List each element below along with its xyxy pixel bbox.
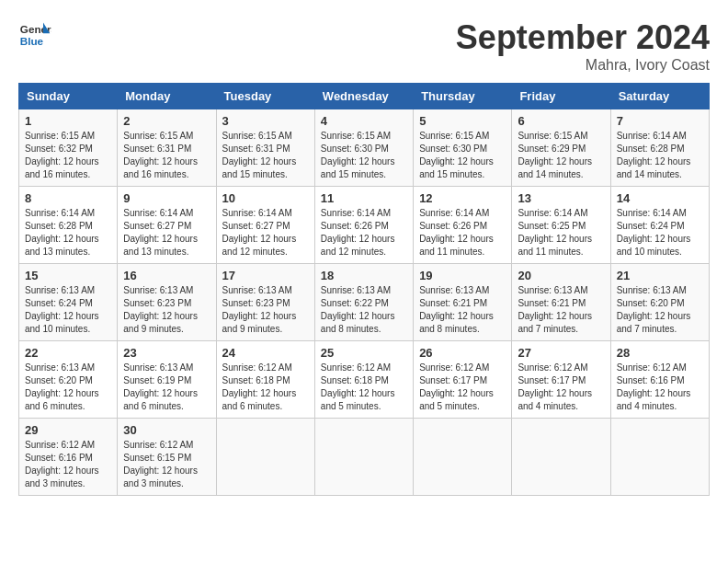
logo-icon: General Blue bbox=[18, 18, 51, 52]
day-info: Sunrise: 6:14 AMSunset: 6:24 PMDaylight:… bbox=[617, 207, 703, 259]
col-header-tuesday: Tuesday bbox=[216, 84, 314, 109]
day-number: 16 bbox=[123, 269, 210, 282]
day-info: Sunrise: 6:13 AMSunset: 6:21 PMDaylight:… bbox=[419, 284, 506, 336]
day-info: Sunrise: 6:14 AMSunset: 6:28 PMDaylight:… bbox=[617, 130, 703, 181]
col-header-thursday: Thursday bbox=[414, 84, 512, 109]
calendar-cell: 4Sunrise: 6:15 AMSunset: 6:30 PMDaylight… bbox=[314, 109, 413, 187]
calendar-week-row: 29Sunrise: 6:12 AMSunset: 6:16 PMDayligh… bbox=[19, 419, 710, 496]
calendar-cell: 9Sunrise: 6:14 AMSunset: 6:27 PMDaylight… bbox=[118, 187, 216, 264]
calendar-cell: 25Sunrise: 6:12 AMSunset: 6:18 PMDayligh… bbox=[314, 341, 413, 419]
calendar-cell: 2Sunrise: 6:15 AMSunset: 6:31 PMDaylight… bbox=[118, 109, 216, 187]
calendar-cell: 13Sunrise: 6:14 AMSunset: 6:25 PMDayligh… bbox=[512, 187, 610, 264]
calendar-cell: 8Sunrise: 6:14 AMSunset: 6:28 PMDaylight… bbox=[19, 187, 118, 264]
calendar-cell: 23Sunrise: 6:13 AMSunset: 6:19 PMDayligh… bbox=[118, 341, 216, 419]
calendar-cell: 22Sunrise: 6:13 AMSunset: 6:20 PMDayligh… bbox=[19, 341, 118, 419]
calendar-cell bbox=[512, 419, 610, 496]
title-area: September 2024 Mahra, Ivory Coast bbox=[456, 18, 710, 74]
day-info: Sunrise: 6:12 AMSunset: 6:18 PMDaylight:… bbox=[222, 362, 309, 413]
day-info: Sunrise: 6:12 AMSunset: 6:16 PMDaylight:… bbox=[617, 362, 703, 413]
day-number: 30 bbox=[123, 423, 210, 437]
day-info: Sunrise: 6:13 AMSunset: 6:20 PMDaylight:… bbox=[617, 284, 703, 336]
svg-text:Blue: Blue bbox=[20, 35, 44, 47]
calendar-cell: 16Sunrise: 6:13 AMSunset: 6:23 PMDayligh… bbox=[118, 264, 216, 341]
day-info: Sunrise: 6:13 AMSunset: 6:23 PMDaylight:… bbox=[123, 284, 210, 336]
calendar-cell: 28Sunrise: 6:12 AMSunset: 6:16 PMDayligh… bbox=[610, 341, 709, 419]
calendar-cell: 10Sunrise: 6:14 AMSunset: 6:27 PMDayligh… bbox=[216, 187, 314, 264]
day-info: Sunrise: 6:13 AMSunset: 6:23 PMDaylight:… bbox=[222, 284, 309, 336]
header: General Blue September 2024 Mahra, Ivory… bbox=[18, 18, 710, 74]
location-title: Mahra, Ivory Coast bbox=[456, 57, 710, 74]
day-info: Sunrise: 6:15 AMSunset: 6:30 PMDaylight:… bbox=[419, 130, 506, 181]
calendar-cell: 19Sunrise: 6:13 AMSunset: 6:21 PMDayligh… bbox=[414, 264, 512, 341]
col-header-wednesday: Wednesday bbox=[314, 84, 413, 109]
day-number: 6 bbox=[518, 114, 604, 128]
col-header-monday: Monday bbox=[118, 84, 216, 109]
day-number: 5 bbox=[419, 114, 506, 128]
day-info: Sunrise: 6:14 AMSunset: 6:28 PMDaylight:… bbox=[25, 207, 111, 259]
day-info: Sunrise: 6:15 AMSunset: 6:30 PMDaylight:… bbox=[321, 130, 407, 181]
day-number: 11 bbox=[321, 191, 407, 205]
day-number: 29 bbox=[25, 423, 111, 437]
day-number: 21 bbox=[617, 269, 703, 282]
calendar-table: SundayMondayTuesdayWednesdayThursdayFrid… bbox=[18, 83, 710, 496]
day-info: Sunrise: 6:12 AMSunset: 6:17 PMDaylight:… bbox=[518, 362, 604, 413]
day-number: 14 bbox=[617, 191, 703, 205]
calendar-cell: 26Sunrise: 6:12 AMSunset: 6:17 PMDayligh… bbox=[414, 341, 512, 419]
day-number: 7 bbox=[617, 114, 703, 128]
calendar-cell: 15Sunrise: 6:13 AMSunset: 6:24 PMDayligh… bbox=[19, 264, 118, 341]
day-info: Sunrise: 6:15 AMSunset: 6:32 PMDaylight:… bbox=[25, 130, 111, 181]
day-info: Sunrise: 6:13 AMSunset: 6:21 PMDaylight:… bbox=[518, 284, 604, 336]
day-info: Sunrise: 6:15 AMSunset: 6:31 PMDaylight:… bbox=[123, 130, 210, 181]
day-number: 17 bbox=[222, 269, 309, 282]
day-number: 10 bbox=[222, 191, 309, 205]
day-info: Sunrise: 6:14 AMSunset: 6:26 PMDaylight:… bbox=[419, 207, 506, 259]
day-number: 27 bbox=[518, 346, 604, 360]
day-number: 22 bbox=[25, 346, 111, 360]
calendar-week-row: 8Sunrise: 6:14 AMSunset: 6:28 PMDaylight… bbox=[19, 187, 710, 264]
day-number: 8 bbox=[25, 191, 111, 205]
day-number: 12 bbox=[419, 191, 506, 205]
calendar-cell: 14Sunrise: 6:14 AMSunset: 6:24 PMDayligh… bbox=[610, 187, 709, 264]
calendar-cell: 6Sunrise: 6:15 AMSunset: 6:29 PMDaylight… bbox=[512, 109, 610, 187]
calendar-cell bbox=[314, 419, 413, 496]
col-header-friday: Friday bbox=[512, 84, 610, 109]
calendar-cell: 11Sunrise: 6:14 AMSunset: 6:26 PMDayligh… bbox=[314, 187, 413, 264]
day-number: 9 bbox=[123, 191, 210, 205]
day-number: 26 bbox=[419, 346, 506, 360]
col-header-sunday: Sunday bbox=[19, 84, 118, 109]
day-number: 28 bbox=[617, 346, 703, 360]
logo: General Blue bbox=[18, 18, 51, 52]
day-number: 20 bbox=[518, 269, 604, 282]
day-info: Sunrise: 6:12 AMSunset: 6:18 PMDaylight:… bbox=[321, 362, 407, 413]
day-info: Sunrise: 6:15 AMSunset: 6:31 PMDaylight:… bbox=[222, 130, 309, 181]
day-number: 3 bbox=[222, 114, 309, 128]
calendar-cell: 27Sunrise: 6:12 AMSunset: 6:17 PMDayligh… bbox=[512, 341, 610, 419]
day-number: 4 bbox=[321, 114, 407, 128]
calendar-cell: 1Sunrise: 6:15 AMSunset: 6:32 PMDaylight… bbox=[19, 109, 118, 187]
day-info: Sunrise: 6:14 AMSunset: 6:26 PMDaylight:… bbox=[321, 207, 407, 259]
calendar-body: 1Sunrise: 6:15 AMSunset: 6:32 PMDaylight… bbox=[19, 109, 710, 496]
calendar-week-row: 15Sunrise: 6:13 AMSunset: 6:24 PMDayligh… bbox=[19, 264, 710, 341]
calendar-week-row: 22Sunrise: 6:13 AMSunset: 6:20 PMDayligh… bbox=[19, 341, 710, 419]
day-info: Sunrise: 6:13 AMSunset: 6:20 PMDaylight:… bbox=[25, 362, 111, 413]
calendar-cell: 3Sunrise: 6:15 AMSunset: 6:31 PMDaylight… bbox=[216, 109, 314, 187]
calendar-cell: 21Sunrise: 6:13 AMSunset: 6:20 PMDayligh… bbox=[610, 264, 709, 341]
calendar-cell bbox=[610, 419, 709, 496]
day-info: Sunrise: 6:12 AMSunset: 6:16 PMDaylight:… bbox=[25, 439, 111, 490]
day-info: Sunrise: 6:13 AMSunset: 6:19 PMDaylight:… bbox=[123, 362, 210, 413]
day-number: 25 bbox=[321, 346, 407, 360]
calendar-cell bbox=[414, 419, 512, 496]
calendar-header-row: SundayMondayTuesdayWednesdayThursdayFrid… bbox=[19, 84, 710, 109]
col-header-saturday: Saturday bbox=[610, 84, 709, 109]
calendar-cell: 7Sunrise: 6:14 AMSunset: 6:28 PMDaylight… bbox=[610, 109, 709, 187]
day-number: 1 bbox=[25, 114, 111, 128]
calendar-cell bbox=[216, 419, 314, 496]
calendar-cell: 18Sunrise: 6:13 AMSunset: 6:22 PMDayligh… bbox=[314, 264, 413, 341]
day-info: Sunrise: 6:14 AMSunset: 6:27 PMDaylight:… bbox=[222, 207, 309, 259]
day-info: Sunrise: 6:12 AMSunset: 6:17 PMDaylight:… bbox=[419, 362, 506, 413]
calendar-cell: 17Sunrise: 6:13 AMSunset: 6:23 PMDayligh… bbox=[216, 264, 314, 341]
calendar-cell: 5Sunrise: 6:15 AMSunset: 6:30 PMDaylight… bbox=[414, 109, 512, 187]
calendar-cell: 24Sunrise: 6:12 AMSunset: 6:18 PMDayligh… bbox=[216, 341, 314, 419]
day-number: 2 bbox=[123, 114, 210, 128]
day-info: Sunrise: 6:13 AMSunset: 6:24 PMDaylight:… bbox=[25, 284, 111, 336]
